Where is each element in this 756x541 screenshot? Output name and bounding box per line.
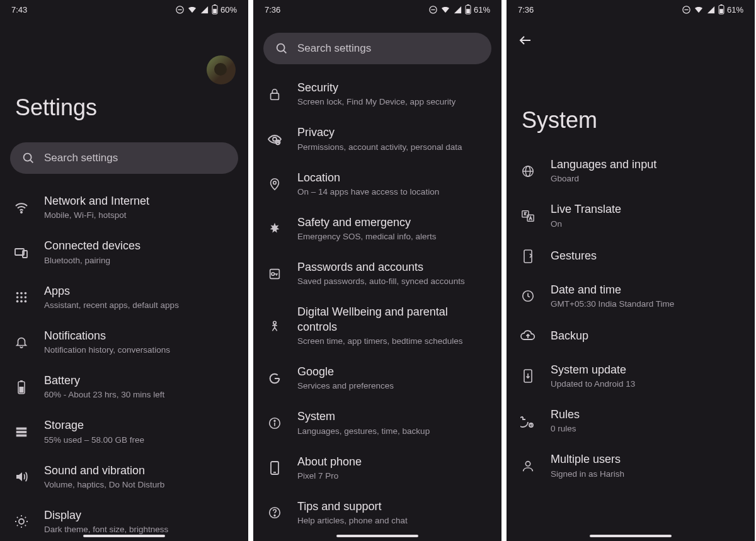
row-date-time[interactable]: Date and time GMT+05:30 India Standard T… <box>507 274 755 319</box>
profile-avatar[interactable] <box>207 55 236 84</box>
row-privacy[interactable]: Privacy Permissions, account activity, p… <box>253 117 501 161</box>
devices-icon <box>14 245 29 260</box>
search-icon <box>275 42 289 55</box>
row-location[interactable]: Location On – 14 apps have access to loc… <box>253 162 501 207</box>
svg-point-12 <box>25 292 27 295</box>
row-title: Backup <box>551 329 742 343</box>
backup-icon <box>520 329 536 343</box>
row-network-internet[interactable]: Network and Internet Mobile, Wi-Fi, hots… <box>0 185 248 230</box>
row-backup[interactable]: Backup <box>507 319 755 354</box>
row-sub: Mobile, Wi-Fi, hotspot <box>44 210 236 221</box>
settings-home-screen: 7:43 60% Settings Search settings Networ… <box>0 0 248 541</box>
battery-icon <box>465 4 471 14</box>
search-settings[interactable]: Search settings <box>10 142 238 174</box>
bell-icon <box>14 335 28 349</box>
svg-rect-23 <box>16 431 27 433</box>
row-sub: Dark theme, font size, brightness <box>44 525 236 535</box>
row-title: Storage <box>44 418 236 433</box>
row-safety[interactable]: Safety and emergency Emergency SOS, medi… <box>253 207 501 251</box>
settings-scroll-screen: 7:36 61% Search settings Security Screen… <box>253 0 501 541</box>
row-apps[interactable]: Apps Assistant, recent apps, default app… <box>0 275 248 320</box>
svg-point-7 <box>21 212 22 213</box>
row-title: Passwords and accounts <box>297 260 489 275</box>
row-sub: Updated to Android 13 <box>551 379 742 390</box>
row-system[interactable]: System Languages, gestures, time, backup <box>253 401 501 445</box>
system-list: Languages and input Gboard Live Translat… <box>507 149 755 489</box>
clock-icon <box>521 289 535 303</box>
home-indicator[interactable] <box>336 535 418 537</box>
svg-point-16 <box>16 300 19 303</box>
row-sound[interactable]: Sound and vibration Volume, haptics, Do … <box>0 455 248 499</box>
row-title: System update <box>551 363 742 377</box>
phone-icon <box>268 460 281 476</box>
wifi-icon <box>187 4 197 14</box>
help-icon <box>268 506 282 520</box>
svg-rect-30 <box>466 9 470 13</box>
home-indicator[interactable] <box>83 535 165 537</box>
row-live-translate[interactable]: Live Translate On <box>507 193 755 238</box>
status-bar: 7:36 61% <box>507 0 755 19</box>
search-settings[interactable]: Search settings <box>263 33 491 64</box>
home-indicator[interactable] <box>590 535 672 537</box>
row-sub: Gboard <box>551 174 742 185</box>
status-bar: 7:43 60% <box>0 0 248 19</box>
row-title: Digital Wellbeing and parental controls <box>297 305 489 334</box>
svg-point-63 <box>525 462 530 466</box>
google-icon <box>268 372 282 385</box>
battery-icon <box>17 380 26 395</box>
svg-point-15 <box>25 296 27 299</box>
row-rules[interactable]: Rules 0 rules <box>507 399 755 443</box>
svg-point-25 <box>19 519 24 524</box>
svg-line-6 <box>30 160 33 162</box>
row-system-update[interactable]: System update Updated to Android 13 <box>507 354 755 399</box>
wifi-icon <box>14 200 29 215</box>
svg-point-47 <box>274 515 275 516</box>
svg-point-11 <box>20 292 23 295</box>
row-sub: On <box>551 219 742 230</box>
svg-rect-24 <box>16 435 27 437</box>
signal-icon <box>200 5 209 14</box>
row-sub: Saved passwords, auto-fill, synced accou… <box>297 276 489 287</box>
wifi-icon <box>694 4 704 14</box>
row-security[interactable]: Security Screen lock, Find My Device, ap… <box>253 72 501 117</box>
brightness-icon <box>14 514 29 529</box>
row-connected-devices[interactable]: Connected devices Bluetooth, pairing <box>0 230 248 275</box>
translate-icon <box>521 209 535 223</box>
row-languages[interactable]: Languages and input Gboard <box>507 149 755 193</box>
svg-point-17 <box>20 300 23 303</box>
row-sub: Signed in as Harish <box>551 469 742 480</box>
search-placeholder: Search settings <box>297 42 371 55</box>
page-title: System <box>507 50 755 149</box>
row-tips[interactable]: Tips and support Help articles, phone an… <box>253 491 501 535</box>
status-time: 7:36 <box>265 5 280 14</box>
row-about-phone[interactable]: About phone Pixel 7 Pro <box>253 446 501 491</box>
wellbeing-icon <box>268 319 282 333</box>
storage-icon <box>14 425 28 439</box>
row-title: Location <box>297 171 489 185</box>
row-google[interactable]: Google Services and preferences <box>253 356 501 401</box>
row-title: Notifications <box>44 329 236 343</box>
row-storage[interactable]: Storage 55% used – 58.00 GB free <box>0 409 248 454</box>
row-notifications[interactable]: Notifications Notification history, conv… <box>0 320 248 365</box>
status-right: 60% <box>175 4 237 14</box>
status-right: 61% <box>428 4 490 14</box>
row-title: Connected devices <box>44 239 236 253</box>
row-title: Rules <box>551 407 742 422</box>
row-title: Apps <box>44 284 236 299</box>
apps-icon <box>14 290 28 304</box>
svg-point-39 <box>272 272 275 275</box>
row-passwords[interactable]: Passwords and accounts Saved passwords, … <box>253 251 501 296</box>
svg-point-10 <box>16 292 19 295</box>
row-wellbeing[interactable]: Digital Wellbeing and parental controls … <box>253 296 501 356</box>
emergency-icon <box>268 222 282 236</box>
row-gestures[interactable]: Gestures <box>507 239 755 274</box>
row-title: Battery <box>44 373 236 388</box>
row-sub: Pixel 7 Pro <box>297 471 489 482</box>
search-placeholder: Search settings <box>44 152 118 164</box>
status-right: 61% <box>682 4 743 14</box>
status-time: 7:36 <box>518 5 534 14</box>
status-battery-pct: 61% <box>727 5 743 14</box>
row-multiple-users[interactable]: Multiple users Signed in as Harish <box>507 443 755 488</box>
back-icon[interactable] <box>518 33 533 48</box>
row-battery[interactable]: Battery 60% - About 23 hrs, 30 mins left <box>0 365 248 409</box>
